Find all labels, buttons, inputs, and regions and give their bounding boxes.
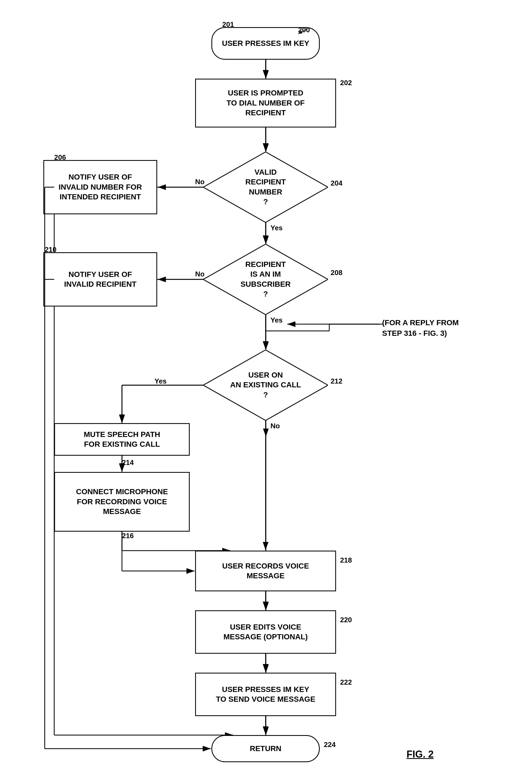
diamond-212-text: USER ONAN EXISTING CALL?: [222, 370, 309, 400]
step-216-label: CONNECT MICROPHONEFOR RECORDING VOICEMES…: [76, 487, 168, 517]
diamond-204-text: VALIDRECIPIENTNUMBER?: [222, 167, 309, 207]
no-label-204: No: [195, 178, 204, 186]
step-214: MUTE SPEECH PATHFOR EXISTING CALL: [54, 423, 190, 456]
diamond-204: VALIDRECIPIENTNUMBER?: [203, 152, 328, 222]
step-218: USER RECORDS VOICEMESSAGE: [195, 550, 336, 591]
diamond-208-text: RECIPIENTIS AN IMSUBSCRIBER?: [222, 259, 309, 299]
label-224: 224: [324, 741, 336, 749]
reply-note: (FOR A REPLY FROMSTEP 316 - FIG. 3): [382, 317, 459, 339]
label-214: 214: [122, 458, 134, 467]
label-202: 202: [340, 79, 352, 87]
no-label-208: No: [195, 270, 204, 278]
yes-label-208: Yes: [270, 316, 283, 324]
svg-line-26: [298, 29, 308, 34]
label-206: 206: [54, 153, 66, 162]
step-222-label: USER PRESSES IM KEYTO SEND VOICE MESSAGE: [216, 685, 315, 704]
step-216: CONNECT MICROPHONEFOR RECORDING VOICEMES…: [54, 472, 190, 532]
yes-label-204: Yes: [270, 224, 283, 232]
step-210-label: NOTIFY USER OFINVALID RECIPIENT: [64, 270, 136, 289]
diamond-208: RECIPIENTIS AN IMSUBSCRIBER?: [203, 244, 328, 315]
step-222: USER PRESSES IM KEYTO SEND VOICE MESSAGE: [195, 673, 336, 716]
label-222: 222: [340, 678, 352, 686]
end-node: RETURN: [212, 735, 320, 762]
start-label: USER PRESSES IM KEY: [222, 38, 309, 48]
step-214-label: MUTE SPEECH PATHFOR EXISTING CALL: [84, 430, 160, 450]
label-218: 218: [340, 556, 352, 565]
step-220-label: USER EDITS VOICEMESSAGE (OPTIONAL): [223, 622, 308, 642]
figure-label: FIG. 2: [407, 749, 433, 760]
end-label: RETURN: [250, 744, 281, 753]
no-label-212: No: [270, 422, 280, 430]
step-210: NOTIFY USER OFINVALID RECIPIENT: [43, 252, 157, 307]
label-212: 212: [331, 377, 342, 385]
label-208: 208: [331, 269, 342, 277]
label-201: 201: [222, 20, 234, 29]
label-216: 216: [122, 532, 134, 540]
label-210: 210: [45, 246, 56, 254]
step-218-label: USER RECORDS VOICEMESSAGE: [222, 561, 309, 581]
step-206-label: NOTIFY USER OFINVALID NUMBER FORINTENDED…: [59, 172, 142, 202]
step-206: NOTIFY USER OFINVALID NUMBER FORINTENDED…: [43, 160, 157, 214]
step-220: USER EDITS VOICEMESSAGE (OPTIONAL): [195, 610, 336, 654]
step-202-label: USER IS PROMPTEDTO DIAL NUMBER OFRECIPIE…: [227, 88, 305, 118]
label-220: 220: [340, 616, 352, 624]
yes-label-212: Yes: [154, 377, 167, 385]
label-204: 204: [331, 179, 342, 187]
diamond-212: USER ONAN EXISTING CALL?: [203, 350, 328, 420]
step-202: USER IS PROMPTEDTO DIAL NUMBER OFRECIPIE…: [195, 79, 336, 128]
